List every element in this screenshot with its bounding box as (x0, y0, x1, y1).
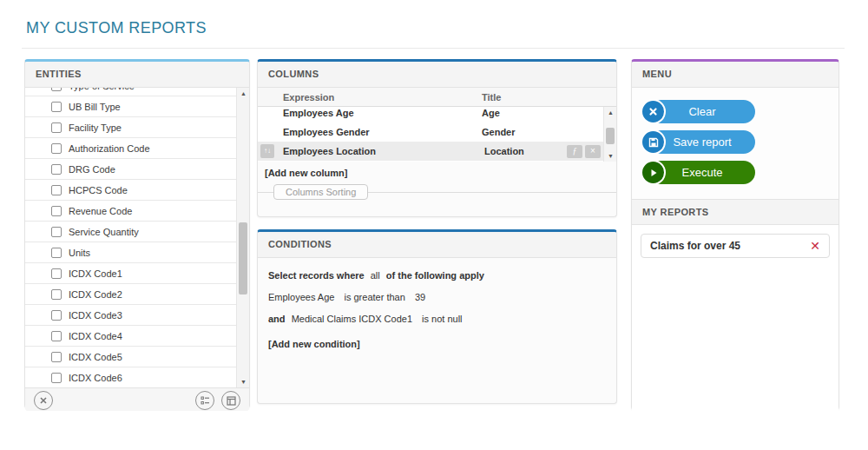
title-column-header: Title (482, 92, 616, 103)
add-new-column-link[interactable]: [Add new column] (265, 168, 347, 178)
clear-selection-button[interactable] (34, 391, 53, 410)
columns-tab-strip: Columns Sorting (258, 184, 616, 202)
scroll-down-icon[interactable]: ▼ (604, 150, 617, 162)
entity-row[interactable]: ICDX Code2 (25, 284, 236, 305)
entity-checkbox[interactable] (51, 143, 62, 154)
entity-label: UB Bill Type (69, 102, 121, 112)
entity-checkbox[interactable] (51, 310, 62, 321)
entity-label: ICDX Code6 (69, 373, 122, 383)
entity-checkbox[interactable] (51, 206, 62, 216)
entity-row[interactable]: ICDX Code6 (25, 367, 236, 387)
entity-row[interactable]: HCPCS Code (25, 180, 236, 201)
intro-suffix: of the following apply (386, 270, 484, 281)
entity-checkbox[interactable] (51, 248, 62, 258)
entity-checkbox[interactable] (51, 102, 62, 112)
entity-label: ICDX Code1 (69, 268, 122, 279)
entity-checkbox[interactable] (51, 185, 62, 195)
conditions-intro-line: Select records where all of the followin… (268, 270, 606, 281)
condition-operator-token[interactable]: is not null (422, 314, 462, 324)
delete-report-icon[interactable]: ✕ (810, 240, 820, 252)
play-icon (641, 160, 666, 185)
entity-checkbox[interactable] (51, 373, 62, 383)
condition-value-token[interactable]: 39 (415, 292, 425, 302)
entities-scrollbar[interactable]: ▲ ▼ (236, 88, 249, 387)
entity-row[interactable]: DRG Code (25, 159, 236, 180)
entity-checkbox[interactable] (51, 227, 62, 237)
clear-button[interactable]: Clear (641, 99, 755, 124)
entity-checkbox[interactable] (51, 164, 62, 175)
my-reports-list: Claims for over 45 ✕ (632, 225, 838, 415)
entity-checkbox[interactable] (51, 122, 62, 133)
entity-label: Facility Type (69, 122, 122, 133)
column-expression: Employees Location (258, 146, 484, 156)
conditions-body: Select records where all of the followin… (258, 258, 616, 361)
entity-checkbox[interactable] (51, 289, 62, 300)
x-circle-icon (641, 99, 666, 124)
entity-label: Revenue Code (69, 206, 132, 216)
row-drag-handle-icon[interactable]: ↑↓ (260, 144, 274, 158)
menu-buttons: Clear Save report Execute (632, 88, 838, 199)
save-report-button[interactable]: Save report (641, 129, 755, 155)
save-icon (641, 129, 666, 155)
scroll-down-icon[interactable]: ▼ (237, 376, 249, 387)
entity-row[interactable]: ICDX Code3 (25, 305, 236, 326)
entity-row[interactable]: Authorization Code (25, 138, 236, 159)
entity-row[interactable]: Type of Service (25, 88, 236, 96)
entity-row[interactable]: ICDX Code5 (25, 347, 236, 367)
columns-scroll-thumb[interactable] (606, 128, 615, 144)
entity-row[interactable]: Units (25, 242, 236, 263)
columns-scrollbar[interactable]: ▲ ▼ (603, 107, 616, 162)
title-divider (22, 48, 845, 49)
entity-checkbox[interactable] (51, 331, 62, 341)
condition-mode-token[interactable]: all (371, 270, 380, 281)
my-reports-header: MY REPORTS (632, 199, 838, 225)
columns-table-header: Expression Title (258, 88, 616, 107)
report-name: Claims for over 45 (650, 240, 740, 252)
condition-rule: and Medical Claims ICDX Code1 is not nul… (268, 314, 606, 324)
entities-footer (25, 387, 249, 411)
entity-checkbox[interactable] (51, 352, 62, 362)
column-row[interactable]: Employees Age Age (258, 107, 603, 122)
entity-label: ICDX Code5 (69, 352, 122, 362)
entity-checkbox[interactable] (51, 268, 62, 279)
entity-row[interactable]: Facility Type (25, 117, 236, 138)
entity-label: DRG Code (69, 164, 115, 175)
condition-field-token[interactable]: Employees Age (268, 292, 334, 302)
entity-row[interactable]: ICDX Code1 (25, 263, 236, 284)
entities-panel: ENTITIES Type of Service UB Bill Type Fa… (24, 59, 250, 408)
list-view-button[interactable] (195, 391, 214, 410)
columns-panel: COLUMNS Expression Title Employees Age A… (257, 59, 617, 217)
entity-row[interactable]: Service Quantity (25, 222, 236, 242)
row-delete-button[interactable]: × (585, 145, 601, 158)
page-title: MY CUSTOM REPORTS (26, 19, 207, 37)
condition-operator-token[interactable]: is greater than (345, 292, 405, 302)
scroll-up-icon[interactable]: ▲ (237, 88, 249, 99)
x-circle-icon (39, 396, 48, 405)
entity-label: ICDX Code2 (69, 289, 122, 300)
entity-label: ICDX Code4 (69, 331, 122, 341)
scroll-up-icon[interactable]: ▲ (604, 107, 617, 118)
report-item[interactable]: Claims for over 45 ✕ (641, 234, 830, 258)
entity-row[interactable]: UB Bill Type (25, 96, 236, 117)
entity-row[interactable]: Revenue Code (25, 201, 236, 222)
execute-button[interactable]: Execute (641, 160, 755, 185)
column-row-selected[interactable]: ↑↓ Employees Location Location ƒ × (258, 142, 603, 161)
entity-label: Authorization Code (69, 143, 150, 154)
entities-scroll-thumb[interactable] (239, 222, 247, 294)
condition-field-token[interactable]: Medical Claims ICDX Code1 (292, 314, 412, 324)
add-new-condition-link[interactable]: [Add new condition] (268, 339, 606, 349)
condition-rule: Employees Age is greater than 39 (268, 292, 606, 302)
table-view-button[interactable] (221, 391, 240, 410)
columns-sorting-tab[interactable]: Columns Sorting (273, 184, 368, 200)
row-function-button[interactable]: ƒ (567, 145, 582, 158)
entities-header: ENTITIES (25, 62, 249, 88)
entity-label: Service Quantity (69, 227, 139, 237)
condition-conjunction: and (268, 314, 286, 324)
column-row[interactable]: Employees Gender Gender (258, 122, 603, 142)
entity-checkbox[interactable] (51, 88, 62, 91)
conditions-header: CONDITIONS (258, 232, 616, 258)
entity-row[interactable]: ICDX Code4 (25, 326, 236, 347)
entity-label: Units (69, 248, 90, 258)
expression-column-header: Expression (258, 92, 482, 103)
column-title: Location (484, 146, 567, 156)
